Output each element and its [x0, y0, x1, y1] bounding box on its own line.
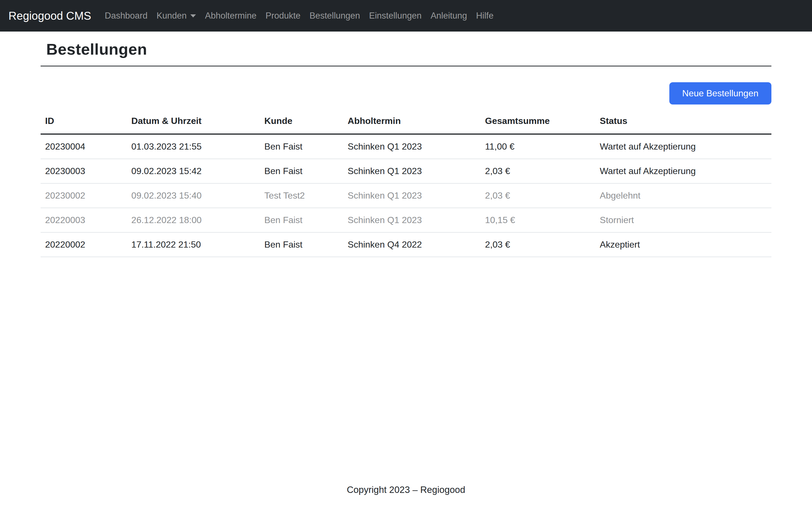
toolbar: Neue Bestellungen — [41, 82, 771, 105]
nav-item-label: Bestellungen — [310, 11, 360, 21]
table-row[interactable]: 20230002 09.02.2023 15:40 Test Test2 Sch… — [41, 183, 771, 208]
nav-item-anleitung[interactable]: Anleitung — [426, 11, 471, 21]
cell-abholtermin: Schinken Q1 2023 — [343, 183, 480, 208]
column-header-datetime: Datum & Uhrzeit — [127, 111, 260, 134]
nav-item-abholtermine[interactable]: Abholtermine — [200, 11, 261, 21]
column-header-kunde: Kunde — [260, 111, 343, 134]
cell-status: Wartet auf Akzeptierung — [595, 134, 771, 159]
nav-item-kunden[interactable]: Kunden — [152, 11, 200, 21]
nav-item-dashboard[interactable]: Dashboard — [100, 11, 152, 21]
cell-kunde: Ben Faist — [260, 159, 343, 183]
main-content: Bestellungen Neue Bestellungen ID Datum … — [41, 40, 771, 257]
column-header-status: Status — [595, 111, 771, 134]
page-title: Bestellungen — [46, 40, 771, 58]
cell-id: 20220003 — [41, 208, 127, 232]
table-row[interactable]: 20220003 26.12.2022 18:00 Ben Faist Schi… — [41, 208, 771, 232]
cell-datetime: 09.02.2023 15:40 — [127, 183, 260, 208]
cell-abholtermin: Schinken Q1 2023 — [343, 208, 480, 232]
column-header-gesamtsumme: Gesamtsumme — [480, 111, 595, 134]
title-divider — [41, 66, 771, 66]
nav-item-label: Anleitung — [430, 11, 467, 21]
cell-kunde: Ben Faist — [260, 208, 343, 232]
nav-item-bestellungen[interactable]: Bestellungen — [305, 11, 364, 21]
navbar: Regiogood CMS Dashboard Kunden Abholterm… — [0, 0, 812, 32]
table-header-row: ID Datum & Uhrzeit Kunde Abholtermin Ges… — [41, 111, 771, 134]
nav-item-hilfe[interactable]: Hilfe — [471, 11, 498, 21]
chevron-down-icon — [190, 14, 196, 17]
cell-abholtermin: Schinken Q1 2023 — [343, 134, 480, 159]
nav-list: Dashboard Kunden Abholtermine Produkte B… — [100, 11, 498, 21]
nav-item-produkte[interactable]: Produkte — [261, 11, 305, 21]
cell-status: Storniert — [595, 208, 771, 232]
cell-abholtermin: Schinken Q1 2023 — [343, 159, 480, 183]
column-header-abholtermin: Abholtermin — [343, 111, 480, 134]
cell-id: 20230002 — [41, 183, 127, 208]
cell-kunde: Ben Faist — [260, 134, 343, 159]
cell-id: 20220002 — [41, 232, 127, 257]
cell-status: Akzeptiert — [595, 232, 771, 257]
cell-id: 20230003 — [41, 159, 127, 183]
new-orders-button[interactable]: Neue Bestellungen — [669, 82, 771, 105]
cell-gesamtsumme: 2,03 € — [480, 159, 595, 183]
cell-datetime: 17.11.2022 21:50 — [127, 232, 260, 257]
table-row[interactable]: 20230003 09.02.2023 15:42 Ben Faist Schi… — [41, 159, 771, 183]
cell-datetime: 01.03.2023 21:55 — [127, 134, 260, 159]
nav-item-label: Kunden — [156, 11, 187, 21]
cell-abholtermin: Schinken Q4 2022 — [343, 232, 480, 257]
copyright-text: Copyright 2023 – Regiogood — [347, 485, 465, 495]
nav-item-einstellungen[interactable]: Einstellungen — [364, 11, 426, 21]
nav-item-label: Abholtermine — [205, 11, 257, 21]
table-row[interactable]: 20230004 01.03.2023 21:55 Ben Faist Schi… — [41, 134, 771, 159]
cell-status: Wartet auf Akzeptierung — [595, 159, 771, 183]
cell-gesamtsumme: 2,03 € — [480, 232, 595, 257]
cell-kunde: Test Test2 — [260, 183, 343, 208]
nav-item-label: Hilfe — [476, 11, 493, 21]
nav-item-label: Einstellungen — [369, 11, 421, 21]
cell-datetime: 26.12.2022 18:00 — [127, 208, 260, 232]
cell-gesamtsumme: 11,00 € — [480, 134, 595, 159]
column-header-id: ID — [41, 111, 127, 134]
cell-gesamtsumme: 10,15 € — [480, 208, 595, 232]
orders-table: ID Datum & Uhrzeit Kunde Abholtermin Ges… — [41, 111, 771, 257]
cell-kunde: Ben Faist — [260, 232, 343, 257]
cell-datetime: 09.02.2023 15:42 — [127, 159, 260, 183]
table-row[interactable]: 20220002 17.11.2022 21:50 Ben Faist Schi… — [41, 232, 771, 257]
brand[interactable]: Regiogood CMS — [8, 10, 91, 22]
footer: Copyright 2023 – Regiogood — [0, 485, 812, 495]
nav-item-label: Produkte — [266, 11, 301, 21]
nav-item-label: Dashboard — [105, 11, 148, 21]
cell-gesamtsumme: 2,03 € — [480, 183, 595, 208]
cell-status: Abgelehnt — [595, 183, 771, 208]
cell-id: 20230004 — [41, 134, 127, 159]
